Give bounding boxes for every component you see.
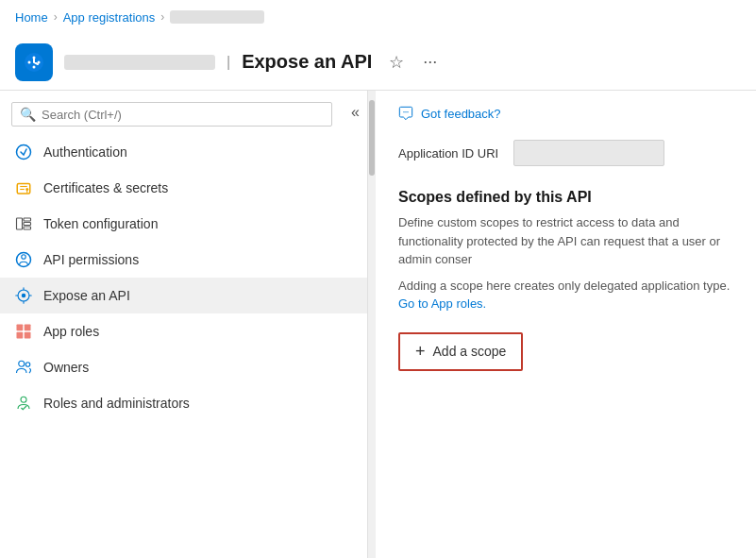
svg-point-4 xyxy=(38,60,41,63)
nav-list: Authentication Certificates & secrets To… xyxy=(0,134,367,558)
collapse-sidebar-button[interactable]: « xyxy=(344,100,367,125)
app-id-uri-row: Application ID URI xyxy=(398,140,733,166)
sidebar-item-certificates-label: Certificates & secrets xyxy=(43,180,168,195)
app-id-uri-label: Application ID URI xyxy=(398,146,498,161)
svg-rect-18 xyxy=(17,332,24,339)
roles-icon xyxy=(15,395,32,412)
main-layout: 🔍 « Authentication Certificates & secret… xyxy=(0,91,756,558)
svg-rect-8 xyxy=(17,218,23,229)
page-title: Expose an API xyxy=(242,51,372,73)
scopes-section: Scopes defined by this API Define custom… xyxy=(398,189,733,313)
go-to-app-roles-link[interactable]: Go to App roles. xyxy=(398,296,486,311)
owners-icon xyxy=(15,359,32,376)
app-icon xyxy=(15,43,53,81)
svg-point-22 xyxy=(21,397,26,402)
search-box[interactable]: 🔍 xyxy=(11,102,332,127)
main-content: Got feedback? Application ID URI Scopes … xyxy=(376,91,756,558)
sidebar-item-authentication[interactable]: Authentication xyxy=(0,134,367,170)
search-icon: 🔍 xyxy=(20,107,36,122)
scrollbar-thumb xyxy=(369,100,375,176)
search-container: 🔍 xyxy=(0,91,344,134)
scopes-title: Scopes defined by this API xyxy=(398,189,733,206)
svg-point-13 xyxy=(22,255,26,260)
scopes-desc-1: Define custom scopes to restrict access … xyxy=(398,213,733,269)
app-roles-icon xyxy=(15,323,32,340)
svg-point-1 xyxy=(33,56,36,59)
breadcrumb: Home › App registrations › xyxy=(0,0,756,34)
search-input[interactable] xyxy=(42,108,324,122)
scopes-desc-2-before: Adding a scope here creates only delegat… xyxy=(398,279,638,293)
sidebar-item-app-roles[interactable]: App roles xyxy=(0,313,367,349)
pin-button[interactable]: ☆ xyxy=(383,48,410,76)
sidebar-item-api-permissions[interactable]: API permissions xyxy=(0,242,367,278)
sidebar-item-certificates[interactable]: Certificates & secrets xyxy=(0,170,367,206)
svg-rect-10 xyxy=(24,223,31,226)
sidebar-search-row: 🔍 « xyxy=(0,91,367,134)
header-sep: | xyxy=(227,54,230,71)
breadcrumb-sep-1: › xyxy=(54,10,58,24)
sidebar-item-expose-api[interactable]: Expose an API xyxy=(0,278,367,313)
api-permissions-icon xyxy=(15,251,32,268)
add-scope-button[interactable]: + Add a scope xyxy=(398,332,523,371)
sidebar-item-api-permissions-label: API permissions xyxy=(43,252,139,267)
svg-rect-16 xyxy=(17,325,24,331)
svg-point-20 xyxy=(19,361,25,366)
certificates-icon xyxy=(15,179,32,196)
authentication-icon xyxy=(15,144,32,161)
svg-point-25 xyxy=(407,111,408,112)
sidebar-item-roles-admins-label: Roles and administrators xyxy=(43,396,190,411)
breadcrumb-home[interactable]: Home xyxy=(15,10,48,25)
breadcrumb-sep-2: › xyxy=(160,10,164,24)
svg-point-23 xyxy=(403,111,404,112)
breadcrumb-app-registrations[interactable]: App registrations xyxy=(63,10,156,25)
more-button[interactable]: ··· xyxy=(417,48,443,76)
svg-point-14 xyxy=(22,294,26,298)
svg-rect-19 xyxy=(25,332,31,339)
breadcrumb-current-app xyxy=(170,10,264,24)
scopes-desc-2-after: application type. xyxy=(641,279,730,293)
svg-point-2 xyxy=(33,65,36,68)
feedback-icon xyxy=(398,106,413,121)
feedback-row[interactable]: Got feedback? xyxy=(398,106,733,121)
header-actions: ☆ ··· xyxy=(383,48,443,76)
svg-point-3 xyxy=(28,60,31,63)
scrollbar xyxy=(368,91,376,558)
svg-rect-9 xyxy=(24,218,31,221)
svg-point-24 xyxy=(405,111,406,112)
sidebar-item-owners-label: Owners xyxy=(43,360,89,375)
svg-point-7 xyxy=(25,188,28,191)
add-scope-plus-icon: + xyxy=(415,342,426,362)
sidebar-item-app-roles-label: App roles xyxy=(43,324,99,339)
app-name-blurred xyxy=(64,55,215,70)
svg-rect-17 xyxy=(25,325,31,331)
sidebar-item-roles-admins[interactable]: Roles and administrators xyxy=(0,385,367,421)
svg-rect-11 xyxy=(24,227,31,229)
app-id-uri-value[interactable] xyxy=(513,140,664,166)
sidebar-item-owners[interactable]: Owners xyxy=(0,349,367,385)
svg-point-5 xyxy=(17,145,31,160)
feedback-label: Got feedback? xyxy=(421,107,501,121)
add-scope-label: Add a scope xyxy=(433,344,507,359)
sidebar: 🔍 « Authentication Certificates & secret… xyxy=(0,91,368,558)
scopes-desc-2: Adding a scope here creates only delegat… xyxy=(398,277,733,313)
page-header: | Expose an API ☆ ··· xyxy=(0,34,756,91)
sidebar-item-token-config[interactable]: Token configuration xyxy=(0,206,367,242)
sidebar-item-authentication-label: Authentication xyxy=(43,144,127,160)
expose-api-icon xyxy=(15,287,32,304)
token-icon xyxy=(15,215,32,232)
sidebar-item-token-label: Token configuration xyxy=(43,216,158,231)
svg-point-21 xyxy=(25,363,30,367)
sidebar-item-expose-api-label: Expose an API xyxy=(43,288,130,303)
